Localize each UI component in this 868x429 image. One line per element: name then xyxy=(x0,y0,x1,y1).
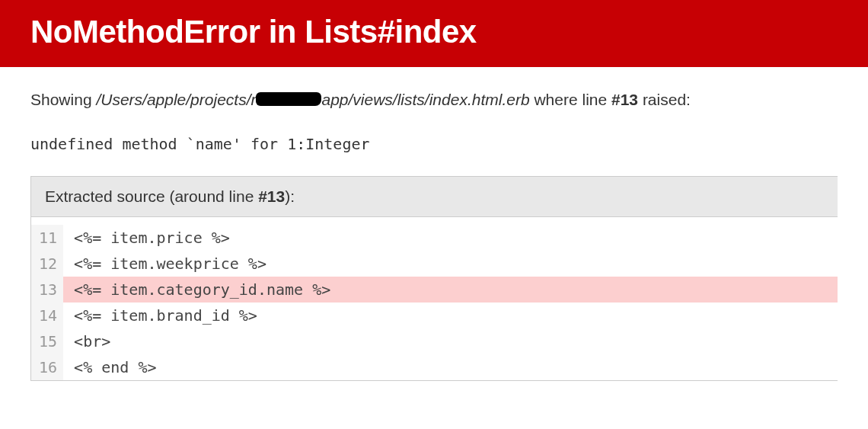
line-ref: #13 xyxy=(611,91,638,108)
code-line: <%= item.category_id.name %> xyxy=(63,277,838,303)
code-line: <%= item.weekprice %> xyxy=(63,251,838,277)
source-header-prefix: Extracted source (around line xyxy=(45,187,258,205)
error-header: NoMethodError in Lists#index xyxy=(0,0,868,67)
file-path-after: app/views/lists/index.html.erb xyxy=(321,91,529,108)
error-message: undefined method `name' for 1:Integer xyxy=(30,135,838,153)
showing-suffix: raised: xyxy=(638,91,691,108)
line-number: 14 xyxy=(31,303,63,328)
showing-prefix: Showing xyxy=(30,91,96,108)
code-line: <%= item.brand_id %> xyxy=(63,303,838,328)
code-lines: <%= item.price %><%= item.weekprice %><%… xyxy=(63,225,838,380)
code-line: <%= item.price %> xyxy=(63,225,838,251)
code-line: <% end %> xyxy=(63,354,838,380)
code-line: <br> xyxy=(63,328,838,354)
redacted-path xyxy=(256,92,321,106)
source-header: Extracted source (around line #13): xyxy=(31,177,838,217)
source-header-line: #13 xyxy=(258,187,285,205)
source-header-suffix: ): xyxy=(285,187,295,205)
source-container: Extracted source (around line #13): 1112… xyxy=(30,176,838,381)
line-number: 11 xyxy=(31,225,63,251)
line-numbers: 111213141516 xyxy=(31,225,63,380)
code-block: 111213141516 <%= item.price %><%= item.w… xyxy=(31,217,838,380)
line-number: 13 xyxy=(31,277,63,303)
file-path-before: /Users/apple/projects/r xyxy=(96,91,256,108)
error-content: Showing /Users/apple/projects/rapp/views… xyxy=(0,67,868,381)
line-number: 16 xyxy=(31,354,63,380)
line-number: 12 xyxy=(31,251,63,277)
error-title: NoMethodError in Lists#index xyxy=(30,14,838,50)
showing-middle: where line xyxy=(530,91,611,108)
showing-line: Showing /Users/apple/projects/rapp/views… xyxy=(30,88,838,110)
line-number: 15 xyxy=(31,328,63,354)
